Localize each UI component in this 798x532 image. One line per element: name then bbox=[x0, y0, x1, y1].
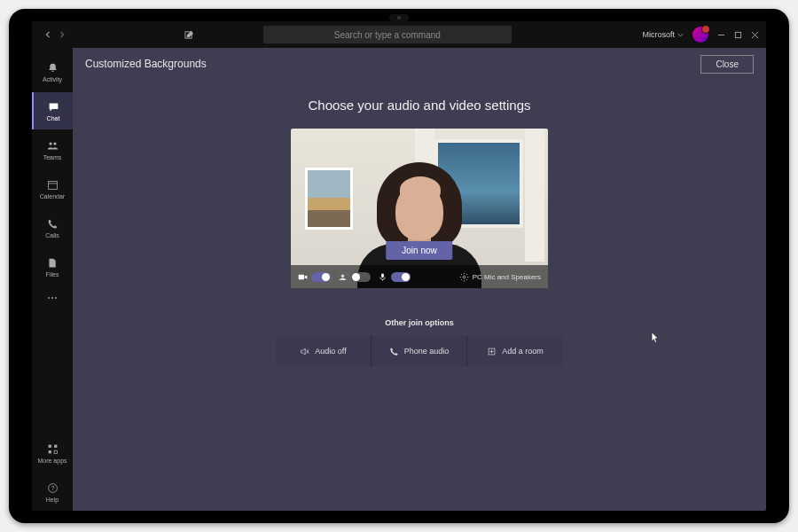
sidebar-item-label: More apps bbox=[37, 458, 66, 464]
sidebar-item-calls[interactable]: Calls bbox=[32, 209, 73, 246]
option-label: Add a room bbox=[502, 347, 544, 356]
user-avatar[interactable] bbox=[692, 27, 708, 43]
svg-point-3 bbox=[53, 142, 56, 145]
phone-audio-icon bbox=[389, 347, 399, 356]
nav-back-icon[interactable] bbox=[44, 31, 51, 38]
help-icon: ? bbox=[46, 482, 59, 495]
preview-controls: PC Mic and Speakers bbox=[291, 265, 548, 288]
background-blur-toggle[interactable] bbox=[338, 272, 371, 282]
other-options-heading: Other join options bbox=[385, 318, 454, 327]
phone-icon bbox=[46, 218, 59, 231]
title-bar: Search or type a command Microsoft bbox=[32, 21, 766, 48]
svg-rect-17 bbox=[381, 273, 384, 278]
app-window: Search or type a command Microsoft bbox=[32, 21, 766, 511]
svg-point-14 bbox=[346, 273, 347, 274]
sidebar-item-label: Help bbox=[46, 497, 59, 503]
svg-point-15 bbox=[339, 278, 340, 279]
option-label: Phone audio bbox=[404, 347, 450, 356]
sidebar-item-label: Chat bbox=[47, 115, 60, 121]
calendar-icon bbox=[46, 179, 59, 192]
sidebar-item-label: Activity bbox=[43, 76, 62, 82]
svg-rect-7 bbox=[48, 450, 51, 453]
audio-off-icon bbox=[300, 347, 309, 356]
sidebar-item-files[interactable]: Files bbox=[32, 248, 73, 286]
tenant-label: Microsoft bbox=[642, 30, 675, 39]
video-preview: Join now bbox=[291, 129, 548, 288]
tenant-picker[interactable]: Microsoft bbox=[642, 30, 684, 39]
nav-forward-icon[interactable] bbox=[59, 31, 66, 38]
room-icon bbox=[487, 347, 497, 356]
close-window-icon[interactable] bbox=[751, 31, 759, 39]
sidebar-item-label: Calendar bbox=[40, 193, 65, 200]
svg-rect-5 bbox=[48, 445, 51, 448]
device-label: PC Mic and Speakers bbox=[473, 273, 541, 281]
svg-rect-4 bbox=[48, 181, 57, 189]
compose-icon[interactable] bbox=[184, 30, 194, 40]
mic-toggle[interactable] bbox=[378, 272, 411, 282]
teams-icon bbox=[46, 140, 59, 153]
apps-icon bbox=[46, 443, 59, 456]
blur-icon bbox=[338, 272, 348, 282]
maximize-icon[interactable] bbox=[734, 31, 742, 39]
sidebar-item-activity[interactable]: Activity bbox=[32, 53, 73, 90]
settings-heading: Choose your audio and video settings bbox=[308, 98, 530, 113]
prejoin-screen: Customized Backgrounds Close Choose your… bbox=[73, 48, 766, 511]
sidebar-item-chat[interactable]: Chat bbox=[32, 92, 73, 129]
svg-rect-1 bbox=[735, 32, 740, 37]
svg-point-18 bbox=[463, 276, 466, 278]
svg-rect-6 bbox=[54, 445, 57, 448]
option-add-room[interactable]: Add a room bbox=[467, 336, 563, 366]
svg-point-12 bbox=[341, 274, 344, 277]
option-label: Audio off bbox=[315, 347, 346, 356]
sidebar-item-label: Calls bbox=[45, 232, 59, 239]
device-settings[interactable]: PC Mic and Speakers bbox=[459, 272, 541, 282]
gear-icon bbox=[459, 272, 469, 282]
svg-text:?: ? bbox=[51, 485, 54, 491]
svg-rect-8 bbox=[54, 450, 57, 453]
camera-toggle[interactable] bbox=[298, 272, 331, 282]
close-button[interactable]: Close bbox=[700, 55, 754, 74]
option-audio-off[interactable]: Audio off bbox=[276, 336, 372, 366]
search-input[interactable]: Search or type a command bbox=[263, 26, 512, 43]
minimize-icon[interactable] bbox=[717, 31, 725, 39]
page-title: Customized Backgrounds bbox=[85, 58, 207, 70]
sidebar-item-teams[interactable]: Teams bbox=[32, 131, 73, 168]
sidebar-item-label: Teams bbox=[43, 154, 62, 160]
ellipsis-icon: ⋯ bbox=[47, 292, 58, 304]
app-sidebar: Activity Chat Teams Calendar Calls bbox=[32, 48, 73, 511]
sidebar-more[interactable]: ⋯ bbox=[32, 287, 73, 309]
svg-point-16 bbox=[346, 278, 347, 279]
sidebar-item-calendar[interactable]: Calendar bbox=[32, 170, 73, 207]
svg-point-13 bbox=[339, 273, 340, 274]
sidebar-item-more-apps[interactable]: More apps bbox=[32, 434, 73, 472]
svg-point-2 bbox=[49, 142, 51, 145]
camera-icon bbox=[298, 272, 308, 282]
svg-rect-11 bbox=[299, 274, 304, 279]
option-phone-audio[interactable]: Phone audio bbox=[372, 336, 467, 366]
tablet-frame: Search or type a command Microsoft bbox=[9, 9, 789, 523]
sidebar-item-label: Files bbox=[46, 271, 59, 278]
search-placeholder: Search or type a command bbox=[334, 30, 441, 40]
mic-icon bbox=[378, 272, 387, 282]
chat-icon bbox=[47, 101, 59, 113]
bell-icon bbox=[46, 62, 59, 74]
chevron-down-icon bbox=[677, 32, 684, 38]
other-join-options: Audio off Phone audio Add a room bbox=[276, 336, 563, 366]
tablet-camera bbox=[389, 14, 409, 21]
join-now-button[interactable]: Join now bbox=[386, 241, 452, 260]
files-icon bbox=[46, 257, 59, 270]
sidebar-item-help[interactable]: ? Help bbox=[32, 473, 73, 511]
